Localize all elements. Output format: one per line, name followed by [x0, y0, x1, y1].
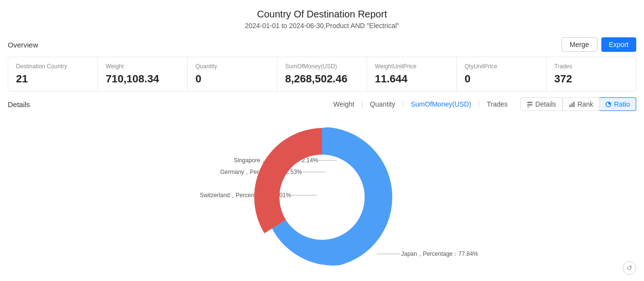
stat-card-sumofmoney: SumOfMoney(USD) 8,268,502.46	[277, 57, 367, 92]
svg-rect-4	[571, 103, 573, 107]
donut-chart	[252, 127, 392, 267]
rank-mode-button[interactable]: Rank	[563, 97, 600, 111]
rank-icon	[569, 101, 575, 108]
svg-rect-0	[527, 102, 532, 103]
stat-label: Destination Country	[16, 63, 90, 70]
help-icon: ↺	[627, 264, 632, 272]
stats-row: Destination Country 21 Weight 710,108.34…	[0, 57, 644, 92]
stat-label: WeightUnitPrice	[375, 63, 449, 70]
svg-rect-2	[527, 107, 530, 108]
chart-area: Singapore，Percentage：2.14% Germany，Perce…	[0, 115, 644, 280]
svg-rect-1	[527, 104, 532, 106]
overview-section-header: Overview Merge Export	[0, 32, 644, 57]
tab-trades[interactable]: Trades	[480, 98, 515, 110]
table-icon	[527, 101, 533, 108]
help-button[interactable]: ↺	[623, 261, 636, 275]
details-mode-button[interactable]: Details	[520, 97, 563, 111]
stat-card-qtyunitprice: QtyUnitPrice 0	[457, 57, 547, 92]
details-section-header: Details Weight | Quantity | SumOfMoney(U…	[0, 92, 644, 115]
stat-label: SumOfMoney(USD)	[285, 63, 359, 70]
stat-label: Quantity	[195, 63, 269, 70]
view-tabs: Weight | Quantity | SumOfMoney(USD) | Tr…	[326, 98, 514, 110]
stat-label: QtyUnitPrice	[465, 63, 538, 70]
stat-value: 21	[16, 73, 90, 85]
svg-rect-5	[573, 102, 575, 107]
details-label: Details	[8, 100, 30, 109]
stat-value: 0	[465, 73, 538, 85]
page-header: Country Of Destination Report 2024-01-01…	[0, 0, 644, 32]
stat-value: 8,268,502.46	[285, 73, 359, 85]
stat-value: 0	[195, 73, 269, 85]
toolbar-btn-group: Merge Export	[562, 37, 636, 52]
stat-label: Weight	[106, 63, 179, 70]
stat-card-weight: Weight 710,108.34	[98, 57, 188, 92]
stat-card-quantity: Quantity 0	[188, 57, 277, 92]
view-mode-buttons: Details Rank Ratio	[520, 97, 636, 111]
merge-button[interactable]: Merge	[562, 37, 597, 52]
stat-value: 710,108.34	[106, 73, 179, 85]
tab-quantity[interactable]: Quantity	[363, 98, 402, 110]
tab-sumofmoney[interactable]: SumOfMoney(USD)	[404, 98, 478, 110]
stat-card-trades: Trades 372	[547, 57, 636, 92]
page-subtitle: 2024-01-01 to 2024-06-30,Product AND "El…	[0, 22, 644, 30]
stat-label: Trades	[554, 63, 628, 70]
stat-value: 372	[554, 73, 628, 85]
pie-icon	[605, 101, 612, 108]
ratio-mode-button[interactable]: Ratio	[599, 97, 636, 111]
stat-value: 11.644	[375, 73, 449, 85]
export-button[interactable]: Export	[601, 37, 636, 52]
overview-label: Overview	[8, 41, 38, 49]
page-title: Country Of Destination Report	[0, 9, 644, 20]
stat-card-destination-country: Destination Country 21	[8, 57, 98, 92]
chart-label-japan: Japan，Percentage：77.84%	[401, 250, 478, 258]
stat-card-weightunitprice: WeightUnitPrice 11.644	[367, 57, 457, 92]
svg-rect-3	[569, 105, 571, 107]
tab-weight[interactable]: Weight	[326, 98, 361, 110]
